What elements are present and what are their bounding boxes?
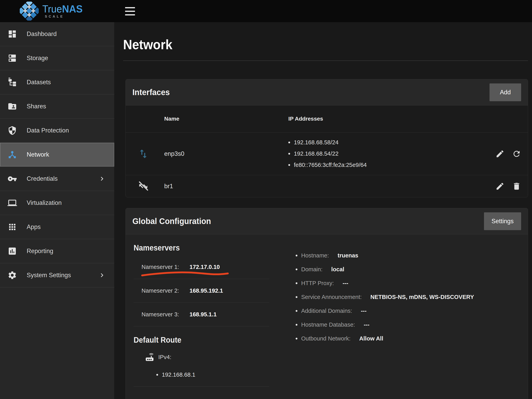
brand-subtitle: SCALE	[45, 15, 85, 19]
detail-outbound-network: Outbound Network:Allow All	[296, 332, 474, 345]
sidebar-item-system-settings[interactable]: System Settings	[0, 263, 114, 288]
sidebar-item-datasets[interactable]: Datasets	[0, 70, 114, 95]
page-title: Network	[123, 37, 528, 52]
sidebar-item-credentials[interactable]: Credentials	[0, 167, 114, 191]
ip-address: fe80::7656:3cff:fe2a:25e9/64	[288, 159, 473, 171]
bullet-icon	[296, 269, 298, 270]
sidebar-item-label: Data Protection	[27, 127, 69, 134]
sidebar-toggle-button[interactable]	[125, 7, 135, 15]
brand-name-bold: NAS	[62, 3, 82, 15]
global-configuration-body: Nameservers Nameserver 1: 172.17.0.10 Na…	[126, 234, 528, 386]
sidebar-item-reporting[interactable]: Reporting	[0, 239, 114, 263]
sidebar-item-label: Virtualization	[27, 199, 62, 206]
sidebar-menu: Dashboard Storage Datasets Shares Data P…	[0, 22, 114, 288]
data-protection-icon	[7, 126, 17, 135]
interface-row-br1: br1	[126, 175, 528, 197]
sidebar-item-virtualization[interactable]: Virtualization	[0, 191, 114, 215]
detail-http-proxy: HTTP Proxy:---	[296, 276, 474, 290]
ip-address: 192.168.68.58/24	[288, 137, 473, 148]
sidebar-item-label: Reporting	[27, 248, 53, 255]
edit-interface-button[interactable]	[495, 149, 505, 159]
sidebar-item-dashboard[interactable]: Dashboard	[0, 22, 114, 46]
brand-text: TrueNAS SCALE	[42, 4, 85, 19]
brand-name-light: True	[42, 3, 62, 15]
detail-domain: Domain:local	[296, 262, 474, 276]
sidebar-item-network[interactable]: Network	[0, 143, 114, 167]
nameserver-row-1: Nameserver 1: 172.17.0.10	[133, 255, 269, 279]
traffic-disabled-icon	[138, 180, 164, 192]
bullet-icon	[296, 324, 298, 326]
pencil-icon	[495, 182, 505, 191]
nameservers-section: Nameservers Nameserver 1: 172.17.0.10 Na…	[133, 234, 269, 386]
main-content: Network Interfaces Add Name IP Addresses	[114, 22, 532, 399]
truenas-logo-icon	[20, 2, 39, 20]
bullet-icon	[288, 142, 290, 143]
sidebar: Dashboard Storage Datasets Shares Data P…	[0, 22, 114, 399]
nameserver-label: Nameserver 2:	[141, 288, 190, 294]
column-header-name: Name	[164, 116, 288, 122]
ip-address-list: 192.168.68.58/24 192.168.68.54/22 fe80::…	[288, 137, 473, 171]
nameserver-value: 172.17.0.10	[190, 264, 220, 270]
sidebar-item-label: Datasets	[27, 79, 51, 86]
interfaces-card-title: Interfaces	[133, 87, 172, 97]
interfaces-table-header: Name IP Addresses	[126, 105, 528, 132]
sidebar-item-shares[interactable]: Shares	[0, 95, 114, 119]
title-divider	[123, 60, 528, 61]
nameserver-row-3: Nameserver 3: 168.95.1.1	[133, 303, 269, 326]
interfaces-add-button[interactable]: Add	[489, 84, 521, 101]
section-divider	[133, 386, 269, 386]
sidebar-item-label: Shares	[27, 103, 46, 110]
refresh-icon	[512, 149, 521, 158]
chevron-right-icon	[98, 175, 106, 183]
detail-hostname-database: Hostname Database:---	[296, 318, 474, 332]
storage-icon	[7, 53, 17, 63]
interface-name: enp3s0	[164, 150, 288, 157]
interface-row-enp3s0: enp3s0 192.168.68.58/24 192.168.68.54/22…	[126, 132, 528, 175]
nameservers-heading: Nameservers	[133, 243, 269, 252]
detail-service-announcement: Service Announcement:NETBIOS-NS, mDNS, W…	[296, 290, 474, 304]
truenas-app: TrueNAS SCALE Dashboard Storage Datasets	[0, 0, 532, 399]
interfaces-card: Interfaces Add Name IP Addresses en	[126, 79, 528, 197]
sidebar-item-data-protection[interactable]: Data Protection	[0, 119, 114, 143]
sidebar-item-label: Dashboard	[27, 31, 57, 38]
global-config-details: Hostname:truenas Domain:local HTTP Proxy…	[296, 249, 474, 386]
nameserver-label: Nameserver 3:	[141, 311, 190, 318]
apps-icon	[7, 222, 17, 232]
pencil-icon	[495, 149, 505, 158]
reset-interface-button[interactable]	[512, 149, 522, 159]
virtualization-icon	[7, 198, 17, 208]
ip-address: 192.168.68.54/22	[288, 148, 473, 159]
default-route-family-row: IPv4:	[133, 351, 269, 363]
traffic-up-down-icon	[138, 148, 164, 160]
sidebar-item-label: Storage	[27, 55, 48, 62]
hand-drawn-underline-annotation	[141, 271, 229, 277]
nameserver-list: Nameserver 1: 172.17.0.10 Nameserver 2: …	[133, 255, 269, 326]
bullet-icon	[296, 255, 298, 257]
hamburger-icon	[125, 7, 135, 8]
bullet-icon	[288, 164, 290, 166]
nameserver-label: Nameserver 1:	[141, 264, 190, 270]
global-configuration-card-header: Global Configuration Settings	[126, 208, 528, 234]
sidebar-item-label: System Settings	[27, 272, 71, 279]
bullet-icon	[296, 310, 298, 312]
bullet-icon	[156, 374, 158, 376]
delete-interface-button[interactable]	[512, 181, 522, 191]
nameserver-value: 168.95.1.1	[190, 311, 217, 318]
reporting-icon	[7, 246, 17, 256]
shares-icon	[7, 102, 17, 111]
chevron-right-icon	[98, 271, 106, 279]
global-settings-button[interactable]: Settings	[484, 212, 521, 230]
router-icon	[145, 352, 155, 362]
bullet-icon	[288, 153, 290, 154]
global-configuration-card-title: Global Configuration	[133, 216, 217, 226]
sidebar-item-storage[interactable]: Storage	[0, 46, 114, 70]
trash-icon	[512, 182, 521, 191]
sidebar-item-apps[interactable]: Apps	[0, 215, 114, 239]
datasets-icon	[7, 77, 17, 87]
system-settings-icon	[7, 270, 17, 280]
interfaces-card-header: Interfaces Add	[126, 79, 528, 105]
interface-name: br1	[164, 183, 288, 190]
detail-additional-domains: Additional Domains:---	[296, 304, 474, 318]
route-family-label: IPv4:	[158, 354, 171, 360]
edit-interface-button[interactable]	[495, 181, 505, 191]
